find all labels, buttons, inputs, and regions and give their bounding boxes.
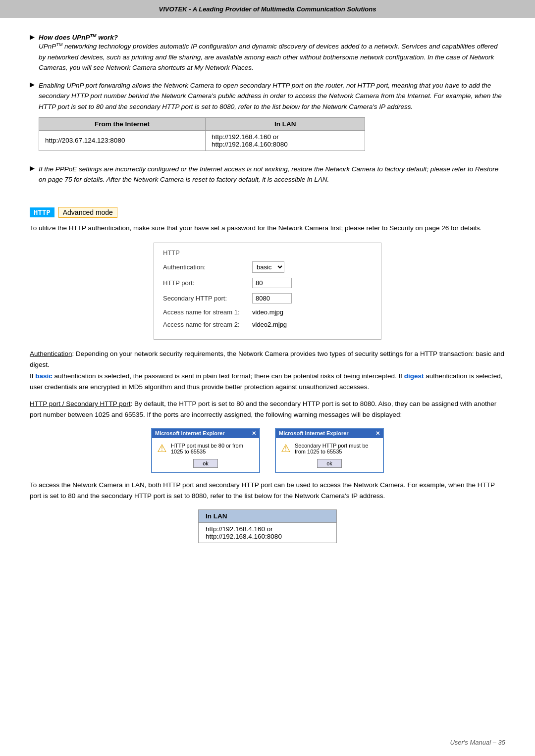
auth-heading-text: Authentication bbox=[30, 350, 72, 357]
digest-highlight: digest bbox=[404, 372, 424, 380]
http-section-heading: HTTP Advanced mode bbox=[30, 207, 505, 218]
stream2-value: video2.mjpg bbox=[252, 321, 287, 328]
warning-box-2: Microsoft Internet Explorer ✕ ⚠ Secondar… bbox=[275, 428, 384, 473]
warning-box-1-close[interactable]: ✕ bbox=[252, 430, 256, 437]
http-panel-title: HTTP bbox=[163, 249, 372, 256]
advanced-mode-badge: Advanced mode bbox=[58, 207, 117, 218]
bullet-arrow-1: ▶ bbox=[30, 33, 35, 41]
upnp-forwarding-section: ▶ Enabling UPnP port forwarding allows t… bbox=[30, 80, 505, 157]
upnp-forwarding-block: Enabling UPnP port forwarding allows the… bbox=[39, 80, 505, 157]
upnp-body: UPnPTM networking technology provides au… bbox=[39, 43, 498, 71]
auth-label: Authentication: bbox=[163, 263, 252, 271]
bullet-arrow-2: ▶ bbox=[30, 81, 35, 88]
stream1-value: video.mjpg bbox=[252, 308, 283, 316]
header-bar: VIVOTEK - A Leading Provider of Multimed… bbox=[0, 0, 535, 18]
auth-description: Authentication: Depending on your networ… bbox=[30, 349, 505, 393]
warning-box-2-close[interactable]: ✕ bbox=[375, 430, 380, 437]
warning-box-2-title: Microsoft Internet Explorer ✕ bbox=[276, 429, 383, 438]
http-label: HTTP bbox=[30, 207, 54, 217]
warning-box-2-body: ⚠ Secondary HTTP port must be from 1025 … bbox=[276, 438, 383, 472]
secondary-port-label: Secondary HTTP port: bbox=[163, 295, 252, 302]
warning-box-1-title: Microsoft Internet Explorer ✕ bbox=[152, 429, 259, 438]
warning-box-2-ok[interactable]: ok bbox=[317, 459, 342, 468]
http-port-label: HTTP port: bbox=[163, 279, 252, 287]
http-description: To utilize the HTTP authentication, make… bbox=[30, 223, 505, 234]
secondary-port-row: Secondary HTTP port: bbox=[163, 293, 372, 303]
bullet-arrow-3: ▶ bbox=[30, 164, 35, 172]
warning-box-2-content: ⚠ Secondary HTTP port must be from 1025 … bbox=[281, 442, 378, 455]
stream1-label: Access name for stream 1: bbox=[163, 308, 252, 316]
stream2-row: Access name for stream 2: video2.mjpg bbox=[163, 321, 372, 328]
in-lan-header: In LAN bbox=[199, 510, 337, 523]
warning-box-2-text: Secondary HTTP port must be from 1025 to… bbox=[295, 443, 378, 454]
upnp-heading: How does UPnPTM work? bbox=[39, 34, 118, 41]
table1-header-2: In LAN bbox=[205, 117, 365, 130]
pppoe-section: ▶ If the PPPoE settings are incorrectly … bbox=[30, 164, 505, 185]
table1-header-1: From the Internet bbox=[39, 117, 206, 130]
port-heading-text: HTTP port / Secondary HTTP port bbox=[30, 400, 131, 407]
warning-boxes-container: Microsoft Internet Explorer ✕ ⚠ HTTP por… bbox=[30, 428, 505, 473]
in-lan-row-1: http://192.168.4.160 or http://192.168.4… bbox=[199, 523, 337, 543]
secondary-port-input[interactable] bbox=[252, 293, 292, 303]
network-table-1: From the Internet In LAN http://203.67.1… bbox=[39, 117, 365, 151]
spacer-1 bbox=[30, 192, 505, 207]
access-note: To access the Network Camera in LAN, bot… bbox=[30, 480, 505, 502]
warning-box-2-title-text: Microsoft Internet Explorer bbox=[279, 430, 349, 436]
stream2-label: Access name for stream 2: bbox=[163, 321, 252, 328]
auth-select[interactable]: basic digest bbox=[252, 261, 284, 273]
warning-box-1-body: ⚠ HTTP port must be 80 or from 1025 to 6… bbox=[152, 438, 259, 472]
upnp-block: How does UPnPTM work? UPnPTM networking … bbox=[39, 33, 505, 73]
header-title: VIVOTEK - A Leading Provider of Multimed… bbox=[159, 5, 376, 13]
auth-row: Authentication: basic digest bbox=[163, 261, 372, 273]
warning-box-1-content: ⚠ HTTP port must be 80 or from 1025 to 6… bbox=[157, 442, 254, 455]
table1-cell-internet: http://203.67.124.123:8080 bbox=[39, 130, 206, 151]
page-footer: User's Manual – 35 bbox=[450, 739, 505, 746]
http-port-input[interactable] bbox=[252, 278, 292, 288]
warning-box-1: Microsoft Internet Explorer ✕ ⚠ HTTP por… bbox=[151, 428, 260, 473]
port-description: HTTP port / Secondary HTTP port: By defa… bbox=[30, 399, 505, 421]
main-content: ▶ How does UPnPTM work? UPnPTM networkin… bbox=[0, 18, 535, 581]
in-lan-addr-2: http://192.168.4.160:8080 bbox=[206, 533, 282, 540]
warning-icon-1: ⚠ bbox=[157, 442, 167, 455]
basic-highlight: basic bbox=[35, 372, 53, 380]
warning-box-1-text: HTTP port must be 80 or from 1025 to 655… bbox=[171, 443, 254, 454]
upnp-forwarding-text: Enabling UPnP port forwarding allows the… bbox=[39, 82, 502, 110]
http-panel: HTTP Authentication: basic digest HTTP p… bbox=[154, 243, 381, 340]
pppoe-text: If the PPPoE settings are incorrectly co… bbox=[39, 164, 505, 185]
warning-box-1-title-text: Microsoft Internet Explorer bbox=[155, 430, 225, 436]
stream1-row: Access name for stream 1: video.mjpg bbox=[163, 308, 372, 316]
warning-icon-2: ⚠ bbox=[281, 442, 291, 455]
http-port-row: HTTP port: bbox=[163, 278, 372, 288]
in-lan-addr-1: http://192.168.4.160 or bbox=[206, 525, 273, 533]
upnp-section: ▶ How does UPnPTM work? UPnPTM networkin… bbox=[30, 33, 505, 73]
warning-box-1-ok[interactable]: ok bbox=[193, 459, 218, 468]
table1-cell-lan: http://192.168.4.160 orhttp://192.168.4.… bbox=[205, 130, 365, 151]
in-lan-table: In LAN http://192.168.4.160 or http://19… bbox=[198, 509, 337, 543]
